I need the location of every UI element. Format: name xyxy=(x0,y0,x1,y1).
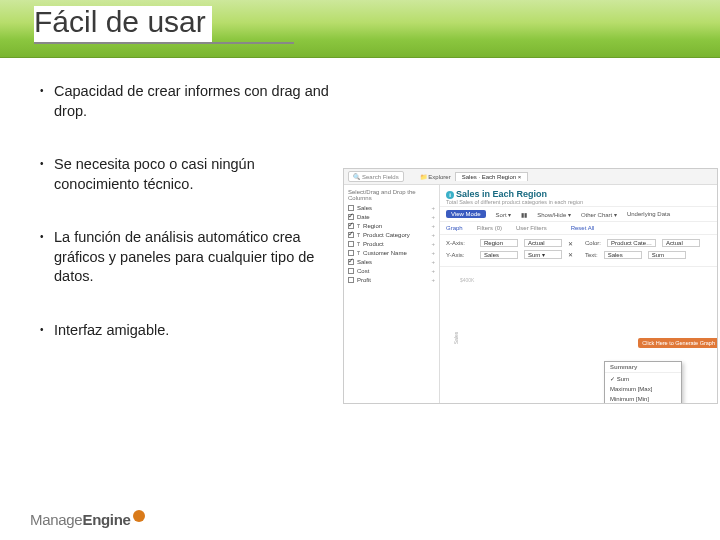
report-title: Sales in Each Region xyxy=(456,189,547,199)
bullet-text: Se necesita poco o casi ningún conocimie… xyxy=(54,155,340,194)
list-item: • Se necesita poco o casi ningún conocim… xyxy=(40,155,340,194)
field-label: Region xyxy=(363,223,382,229)
app-topbar: 🔍 Search Fields 📁 Explorer Sales · Each … xyxy=(344,169,717,185)
checkbox-icon[interactable] xyxy=(348,268,354,274)
yaxis-field[interactable]: Sales xyxy=(480,251,518,259)
bullet-text: Capacidad de crear informes con drag and… xyxy=(54,82,340,121)
report-panel: iSales in Each Region Total Sales of dif… xyxy=(440,185,717,403)
text-type-icon: T xyxy=(357,232,360,238)
search-input[interactable]: 🔍 Search Fields xyxy=(348,171,404,182)
field-row[interactable]: Sales+ xyxy=(348,205,435,211)
panel-heading: Select/Drag and Drop the Columns xyxy=(348,189,435,201)
other-chart-dropdown[interactable]: Other Chart ▾ xyxy=(581,211,617,218)
field-label: Date xyxy=(357,214,370,220)
brand-part1: Manage xyxy=(30,511,82,528)
brand-logo: ManageEngine xyxy=(30,511,145,528)
reset-all-link[interactable]: Reset All xyxy=(571,225,595,231)
brand-part2: Engine xyxy=(82,511,130,528)
bullet-icon: • xyxy=(40,82,54,121)
bullet-icon: • xyxy=(40,228,54,287)
slide-title: Fácil de usar xyxy=(34,6,212,42)
app-body: Select/Drag and Drop the Columns Sales+D… xyxy=(344,185,717,403)
brand-text: ManageEngine xyxy=(30,511,131,528)
field-row[interactable]: Cost+ xyxy=(348,268,435,274)
add-icon[interactable]: + xyxy=(431,277,435,283)
remove-icon[interactable]: ✕ xyxy=(568,251,573,258)
remove-icon[interactable]: ✕ xyxy=(568,240,573,247)
underlying-data-link[interactable]: Underlying Data xyxy=(627,211,670,217)
list-item: • Capacidad de crear informes con drag a… xyxy=(40,82,340,121)
yaxis-label: Y-Axis: xyxy=(446,252,474,258)
y-axis-label: Sales xyxy=(453,332,459,345)
yaxis-func[interactable]: Sum ▾ xyxy=(524,250,562,259)
color-field[interactable]: Product Cate… xyxy=(607,239,656,247)
text-type-icon: T xyxy=(357,223,360,229)
checkbox-icon[interactable] xyxy=(348,205,354,211)
explorer-tab[interactable]: 📁 Explorer xyxy=(420,173,451,180)
tab-user-filters[interactable]: User Filters xyxy=(516,225,547,231)
checkbox-icon[interactable] xyxy=(348,214,354,220)
add-icon[interactable]: + xyxy=(431,205,435,211)
checkbox-icon[interactable] xyxy=(348,277,354,283)
field-label: Profit xyxy=(357,277,371,283)
field-label: Cost xyxy=(357,268,369,274)
field-row[interactable]: Date+ xyxy=(348,214,435,220)
checkbox-icon[interactable] xyxy=(348,259,354,265)
xaxis-func[interactable]: Actual xyxy=(524,239,562,247)
add-icon[interactable]: + xyxy=(431,214,435,220)
list-item: • La función de análisis automático crea… xyxy=(40,228,340,287)
axis-config: X-Axis: Region Actual ✕ Color: Product C… xyxy=(440,235,717,267)
dropdown-item[interactable]: Maximum [Max] xyxy=(605,384,681,394)
checkbox-icon[interactable] xyxy=(348,232,354,238)
sort-dropdown[interactable]: Sort ▾ xyxy=(496,211,512,218)
bullet-text: La función de análisis automático crea g… xyxy=(54,228,340,287)
report-header: iSales in Each Region Total Sales of dif… xyxy=(440,185,717,206)
chart-canvas: Sales $400K Click Here to Generate Graph… xyxy=(440,267,717,403)
field-label: Sales xyxy=(357,205,372,211)
tab-filters[interactable]: Filters (0) xyxy=(477,225,502,231)
add-icon[interactable]: + xyxy=(431,259,435,265)
field-row[interactable]: TProduct+ xyxy=(348,241,435,247)
field-row[interactable]: Profit+ xyxy=(348,277,435,283)
checkbox-icon[interactable] xyxy=(348,241,354,247)
field-row[interactable]: TRegion+ xyxy=(348,223,435,229)
gear-icon xyxy=(133,510,145,522)
field-label: Product Category xyxy=(363,232,410,238)
add-icon[interactable]: + xyxy=(431,268,435,274)
xaxis-label: X-Axis: xyxy=(446,240,474,246)
add-icon[interactable]: + xyxy=(431,223,435,229)
generate-graph-button[interactable]: Click Here to Generate Graph xyxy=(638,338,718,348)
tab-graph[interactable]: Graph xyxy=(446,225,463,231)
add-icon[interactable]: + xyxy=(431,250,435,256)
fields-panel: Select/Drag and Drop the Columns Sales+D… xyxy=(344,185,440,403)
view-mode-button[interactable]: View Mode xyxy=(446,210,486,218)
add-icon[interactable]: + xyxy=(431,241,435,247)
report-tab[interactable]: Sales · Each Region × xyxy=(455,172,529,181)
showhide-dropdown[interactable]: Show/Hide ▾ xyxy=(537,211,571,218)
bullet-list: • Capacidad de crear informes con drag a… xyxy=(40,82,340,375)
checkbox-icon[interactable] xyxy=(348,250,354,256)
bullet-icon: • xyxy=(40,155,54,194)
field-label: Customer Name xyxy=(363,250,407,256)
search-icon: 🔍 xyxy=(353,173,360,180)
color-func[interactable]: Actual xyxy=(662,239,700,247)
text-func[interactable]: Sum xyxy=(648,251,686,259)
text-type-icon: T xyxy=(357,241,360,247)
info-icon: i xyxy=(446,191,454,199)
field-label: Sales xyxy=(357,259,372,265)
y-axis-tick: $400K xyxy=(460,277,474,283)
bullet-text: Interfaz amigable. xyxy=(54,321,169,341)
dropdown-item[interactable]: Minimum [Min] xyxy=(605,394,681,404)
report-subtitle: Total Sales of different product categor… xyxy=(446,199,711,205)
dropdown-item[interactable]: Sum xyxy=(605,373,681,384)
report-subnav: Graph Filters (0) User Filters Reset All xyxy=(440,222,717,235)
add-icon[interactable]: + xyxy=(431,232,435,238)
field-row[interactable]: Sales+ xyxy=(348,259,435,265)
report-toolbar: View Mode Sort ▾ ▮▮ Show/Hide ▾ Other Ch… xyxy=(440,206,717,222)
field-row[interactable]: TProduct Category+ xyxy=(348,232,435,238)
xaxis-field[interactable]: Region xyxy=(480,239,518,247)
field-row[interactable]: TCustomer Name+ xyxy=(348,250,435,256)
bar-chart-icon[interactable]: ▮▮ xyxy=(521,211,527,218)
checkbox-icon[interactable] xyxy=(348,223,354,229)
text-field[interactable]: Sales xyxy=(604,251,642,259)
